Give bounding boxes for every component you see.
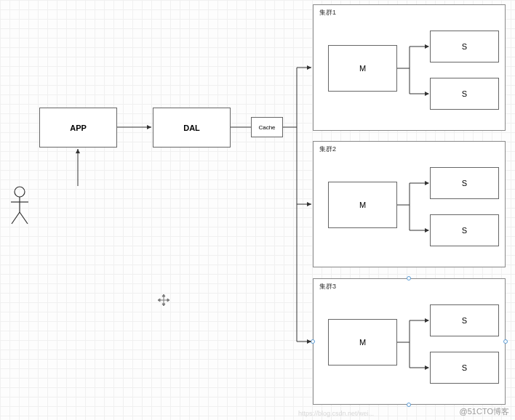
cluster-3-master[interactable]: M: [328, 319, 397, 366]
cluster-3-slave-2[interactable]: S: [430, 352, 499, 384]
cluster-2[interactable]: 集群2 M S S: [313, 141, 506, 267]
m-label: M: [359, 64, 366, 73]
svg-line-3: [12, 212, 20, 224]
cache-label: Cache: [258, 124, 275, 131]
cluster-2-label: 集群2: [319, 145, 336, 154]
cluster-2-master[interactable]: M: [328, 182, 397, 228]
svg-line-4: [20, 212, 28, 224]
cluster-1-master[interactable]: M: [328, 45, 397, 92]
s-label: S: [462, 42, 467, 51]
faint-watermark: https://blog.csdn.net/wei...: [298, 410, 374, 417]
resize-handle[interactable]: [407, 276, 411, 280]
cluster-2-slave-1[interactable]: S: [430, 167, 499, 199]
resize-handle[interactable]: [311, 339, 315, 344]
s-label: S: [462, 179, 467, 187]
actor-icon: [9, 186, 31, 226]
cluster-1-slave-2[interactable]: S: [430, 78, 499, 110]
cluster-3-slave-1[interactable]: S: [430, 304, 499, 336]
m-label: M: [359, 201, 366, 209]
s-label: S: [462, 363, 467, 372]
s-label: S: [462, 89, 467, 98]
cluster-2-slave-2[interactable]: S: [430, 214, 499, 246]
dal-label: DAL: [183, 124, 200, 132]
s-label: S: [462, 316, 467, 325]
s-label: S: [462, 226, 467, 235]
cluster-1[interactable]: 集群1 M S S: [313, 4, 506, 131]
app-label: APP: [70, 124, 87, 132]
resize-handle[interactable]: [503, 339, 508, 344]
cluster-3[interactable]: 集群3 M S S: [313, 278, 506, 405]
watermark: @51CTO博客: [460, 406, 509, 417]
app-node[interactable]: APP: [39, 108, 117, 148]
svg-point-0: [15, 187, 25, 197]
m-label: M: [359, 338, 366, 347]
cluster-1-slave-1[interactable]: S: [430, 31, 499, 62]
resize-handle[interactable]: [407, 403, 411, 407]
move-cursor-icon: [157, 294, 170, 307]
cache-node[interactable]: Cache: [251, 117, 283, 137]
dal-node[interactable]: DAL: [153, 108, 231, 148]
cluster-3-label: 集群3: [319, 282, 336, 291]
cluster-1-label: 集群1: [319, 8, 336, 17]
